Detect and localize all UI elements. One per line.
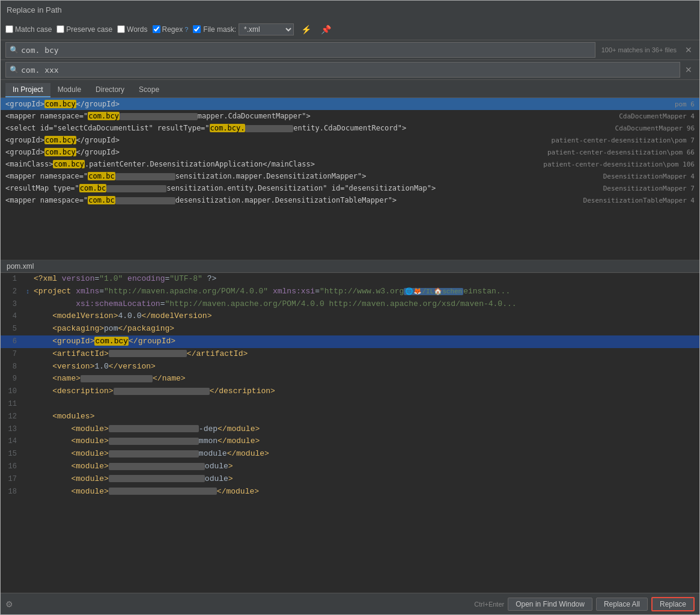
settings-icon: ⚙ <box>5 599 13 609</box>
code-line: 14 <module>mmon</module> <box>1 435 699 448</box>
search-input-wrap: 🔍 <box>5 42 595 58</box>
file-mask-select[interactable]: *.xml *.java *.properties *.yml <box>239 23 294 35</box>
code-line: 3 xsi:schemaLocation="http://maven.apach… <box>1 298 699 311</box>
open-in-find-window-button[interactable]: Open in Find Window <box>508 598 592 611</box>
result-row[interactable]: <groupId>com.bcy</groupId> pom 6 <box>1 98 699 110</box>
tabs-row: In Project Module Directory Scope <box>1 80 699 98</box>
match-case-checkbox[interactable] <box>5 25 13 33</box>
words-checkbox[interactable] <box>117 25 125 33</box>
code-line: 18 <module></module> <box>1 486 699 498</box>
result-row[interactable]: <mapper namespace="com.bcsensitization.m… <box>1 170 699 182</box>
shortcut-hint: Ctrl+Enter <box>474 601 504 608</box>
tab-module[interactable]: Module <box>50 83 88 97</box>
preserve-case-checkbox[interactable] <box>56 25 64 33</box>
words-label[interactable]: Words <box>117 25 147 34</box>
result-row[interactable]: <mainClass>com.bcy.patientCenter.Desensi… <box>1 158 699 170</box>
replace-row: 🔍 ✕ <box>1 60 699 80</box>
preserve-case-label[interactable]: Preserve case <box>56 25 112 34</box>
file-mask-group: File mask: *.xml *.java *.properties *.y… <box>193 23 294 35</box>
footer-right: Ctrl+Enter Open in Find Window Replace A… <box>474 597 695 611</box>
code-line: 7 <artifactId></artifactId> <box>1 348 699 361</box>
code-line: 5 <packaging>pom</packaging> <box>1 323 699 335</box>
replace-input-wrap: 🔍 <box>5 62 680 78</box>
title-bar: Replace in Path <box>1 1 699 19</box>
replace-in-path-dialog: Replace in Path Match case Preserve case… <box>0 0 700 615</box>
results-panel[interactable]: <groupId>com.bcy</groupId> pom 6 <mapper… <box>1 98 699 260</box>
replace-all-button[interactable]: Replace All <box>596 598 648 611</box>
code-line: 16 <module>odule> <box>1 460 699 473</box>
footer-left: ⚙ <box>5 599 13 609</box>
clear-search-button[interactable]: ✕ <box>683 45 695 55</box>
filter-icon-button[interactable]: ⚡ <box>299 23 314 35</box>
code-line: 11 <box>1 398 699 411</box>
file-mask-checkbox[interactable] <box>193 25 201 33</box>
editor-panel: pom.xml 1 <?xml version="1.0" encoding="… <box>1 260 699 593</box>
code-line: 2 ↕ <project xmlns="http://maven.apache.… <box>1 286 699 298</box>
code-line: 4 <modelVersion>4.0.0</modelVersion> <box>1 310 699 323</box>
footer-bar: ⚙ Ctrl+Enter Open in Find Window Replace… <box>1 593 699 614</box>
code-line: 13 <module>-dep</module> <box>1 423 699 436</box>
toolbar: Match case Preserve case Words Regex ? F… <box>1 19 699 40</box>
search-count: 100+ matches in 36+ files <box>598 46 680 54</box>
tab-directory[interactable]: Directory <box>88 83 132 97</box>
code-line: 1 <?xml version="1.0" encoding="UTF-8" ?… <box>1 273 699 286</box>
code-line: 10 <description></description> <box>1 385 699 398</box>
match-case-label[interactable]: Match case <box>5 25 52 34</box>
code-line: 15 <module>module</module> <box>1 448 699 460</box>
code-line: 8 <version>1.0</version> <box>1 361 699 373</box>
search-row: 🔍 100+ matches in 36+ files ✕ <box>1 40 699 60</box>
clear-replace-button[interactable]: ✕ <box>683 65 695 75</box>
dialog-title: Replace in Path <box>7 5 62 14</box>
replace-icon: 🔍 <box>10 66 19 74</box>
result-row[interactable]: <groupId>com.bcy</groupId> patient-cente… <box>1 146 699 158</box>
replace-input[interactable] <box>21 66 676 75</box>
regex-label[interactable]: Regex ? <box>153 25 189 34</box>
result-row[interactable]: <mapper namespace="com.bcymapper.CdaDocu… <box>1 110 699 122</box>
replace-button[interactable]: Replace <box>651 597 695 611</box>
tab-scope[interactable]: Scope <box>132 83 166 97</box>
pin-icon-button[interactable]: 📌 <box>318 23 333 35</box>
result-row[interactable]: <select id="selectCdaDocumentList" resul… <box>1 122 699 134</box>
tab-in-project[interactable]: In Project <box>5 83 50 97</box>
code-line: 12 <modules> <box>1 411 699 423</box>
result-row[interactable]: <mapper namespace="com.bcdesensitization… <box>1 194 699 206</box>
editor-filename: pom.xml <box>1 260 699 273</box>
editor-content: 1 <?xml version="1.0" encoding="UTF-8" ?… <box>1 273 699 593</box>
regex-checkbox[interactable] <box>153 25 160 33</box>
search-icon: 🔍 <box>10 46 19 54</box>
code-line: 9 <name></name> <box>1 373 699 385</box>
search-input[interactable] <box>21 46 591 55</box>
code-line: 17 <module>odule> <box>1 473 699 486</box>
code-line-selected: 6 <groupId>com.bcy</groupId> <box>1 335 699 348</box>
regex-tooltip: ? <box>184 26 188 33</box>
result-row[interactable]: <groupId>com.bcy</groupId> patient-cente… <box>1 134 699 146</box>
result-row[interactable]: <resultMap type="com.bcsensitization.ent… <box>1 182 699 194</box>
